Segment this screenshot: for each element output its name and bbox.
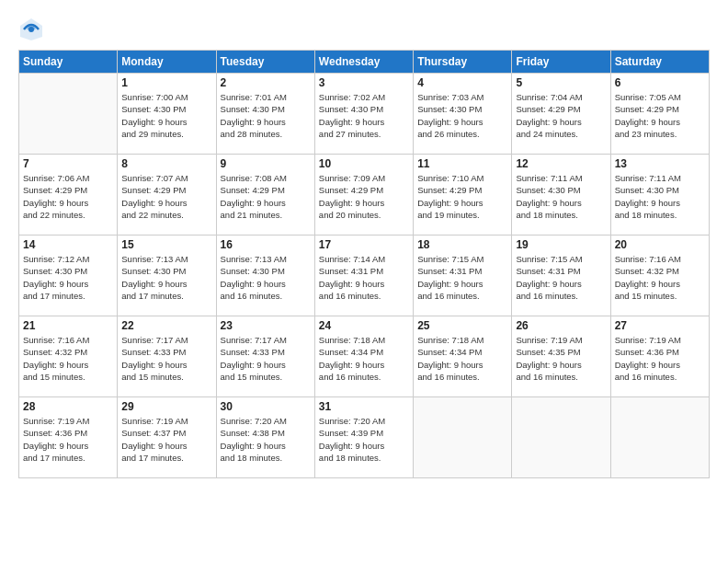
day-info: Sunrise: 7:16 AM Sunset: 4:32 PM Dayligh…: [23, 334, 113, 383]
calendar-cell: 8Sunrise: 7:07 AM Sunset: 4:29 PM Daylig…: [118, 155, 216, 236]
day-info: Sunrise: 7:19 AM Sunset: 4:37 PM Dayligh…: [121, 415, 211, 464]
logo-icon: [18, 17, 44, 42]
calendar-cell: 26Sunrise: 7:19 AM Sunset: 4:35 PM Dayli…: [512, 316, 610, 397]
calendar-cell: 10Sunrise: 7:09 AM Sunset: 4:29 PM Dayli…: [314, 155, 413, 236]
day-number: 13: [615, 157, 705, 170]
day-info: Sunrise: 7:15 AM Sunset: 4:31 PM Dayligh…: [516, 253, 606, 302]
calendar-week-2: 14Sunrise: 7:12 AM Sunset: 4:30 PM Dayli…: [19, 236, 710, 316]
calendar-cell: 22Sunrise: 7:17 AM Sunset: 4:33 PM Dayli…: [118, 316, 216, 397]
day-number: 7: [23, 157, 113, 170]
calendar-cell: 3Sunrise: 7:02 AM Sunset: 4:30 PM Daylig…: [314, 74, 413, 155]
calendar-cell: [512, 397, 610, 478]
day-info: Sunrise: 7:00 AM Sunset: 4:30 PM Dayligh…: [121, 91, 211, 140]
day-info: Sunrise: 7:09 AM Sunset: 4:29 PM Dayligh…: [319, 172, 409, 221]
day-number: 29: [121, 400, 211, 413]
day-info: Sunrise: 7:03 AM Sunset: 4:30 PM Dayligh…: [417, 91, 507, 140]
day-number: 8: [121, 157, 211, 170]
day-info: Sunrise: 7:10 AM Sunset: 4:29 PM Dayligh…: [417, 172, 507, 221]
day-info: Sunrise: 7:17 AM Sunset: 4:33 PM Dayligh…: [221, 334, 311, 383]
day-number: 12: [516, 157, 606, 170]
day-info: Sunrise: 7:04 AM Sunset: 4:29 PM Dayligh…: [516, 91, 606, 140]
calendar-cell: [19, 74, 118, 155]
calendar-cell: 5Sunrise: 7:04 AM Sunset: 4:29 PM Daylig…: [512, 74, 610, 155]
day-number: 16: [221, 238, 311, 251]
calendar-header-wednesday: Wednesday: [314, 51, 413, 74]
calendar-cell: 20Sunrise: 7:16 AM Sunset: 4:32 PM Dayli…: [610, 236, 709, 316]
calendar-cell: 28Sunrise: 7:19 AM Sunset: 4:36 PM Dayli…: [19, 397, 118, 478]
calendar-week-0: 1Sunrise: 7:00 AM Sunset: 4:30 PM Daylig…: [19, 74, 710, 155]
calendar-cell: 6Sunrise: 7:05 AM Sunset: 4:29 PM Daylig…: [610, 74, 709, 155]
day-number: 4: [417, 76, 507, 89]
day-info: Sunrise: 7:12 AM Sunset: 4:30 PM Dayligh…: [23, 253, 113, 302]
day-number: 27: [615, 319, 705, 332]
day-number: 30: [221, 400, 311, 413]
header: [18, 17, 710, 42]
day-info: Sunrise: 7:06 AM Sunset: 4:29 PM Dayligh…: [23, 172, 113, 221]
day-info: Sunrise: 7:13 AM Sunset: 4:30 PM Dayligh…: [221, 253, 311, 302]
calendar-cell: 30Sunrise: 7:20 AM Sunset: 4:38 PM Dayli…: [216, 397, 314, 478]
calendar-cell: 31Sunrise: 7:20 AM Sunset: 4:39 PM Dayli…: [314, 397, 413, 478]
calendar-cell: 27Sunrise: 7:19 AM Sunset: 4:36 PM Dayli…: [610, 316, 709, 397]
calendar-cell: 24Sunrise: 7:18 AM Sunset: 4:34 PM Dayli…: [314, 316, 413, 397]
calendar-cell: 13Sunrise: 7:11 AM Sunset: 4:30 PM Dayli…: [610, 155, 709, 236]
page: SundayMondayTuesdayWednesdayThursdayFrid…: [0, 0, 728, 563]
calendar-header-saturday: Saturday: [610, 51, 709, 74]
day-info: Sunrise: 7:05 AM Sunset: 4:29 PM Dayligh…: [615, 91, 705, 140]
day-number: 2: [221, 76, 311, 89]
calendar-cell: 15Sunrise: 7:13 AM Sunset: 4:30 PM Dayli…: [118, 236, 216, 316]
calendar-cell: 12Sunrise: 7:11 AM Sunset: 4:30 PM Dayli…: [512, 155, 610, 236]
day-number: 10: [319, 157, 409, 170]
day-number: 3: [319, 76, 409, 89]
day-number: 9: [221, 157, 311, 170]
day-info: Sunrise: 7:01 AM Sunset: 4:30 PM Dayligh…: [221, 91, 311, 140]
day-number: 22: [121, 319, 211, 332]
day-info: Sunrise: 7:07 AM Sunset: 4:29 PM Dayligh…: [121, 172, 211, 221]
day-number: 26: [516, 319, 606, 332]
calendar-header-row: SundayMondayTuesdayWednesdayThursdayFrid…: [19, 51, 710, 74]
calendar-cell: 4Sunrise: 7:03 AM Sunset: 4:30 PM Daylig…: [414, 74, 512, 155]
day-info: Sunrise: 7:15 AM Sunset: 4:31 PM Dayligh…: [417, 253, 507, 302]
calendar-cell: [610, 397, 709, 478]
day-number: 23: [221, 319, 311, 332]
day-info: Sunrise: 7:20 AM Sunset: 4:39 PM Dayligh…: [319, 415, 409, 464]
day-info: Sunrise: 7:19 AM Sunset: 4:35 PM Dayligh…: [516, 334, 606, 383]
calendar-cell: 19Sunrise: 7:15 AM Sunset: 4:31 PM Dayli…: [512, 236, 610, 316]
day-info: Sunrise: 7:02 AM Sunset: 4:30 PM Dayligh…: [319, 91, 409, 140]
calendar-cell: 16Sunrise: 7:13 AM Sunset: 4:30 PM Dayli…: [216, 236, 314, 316]
day-info: Sunrise: 7:08 AM Sunset: 4:29 PM Dayligh…: [221, 172, 311, 221]
calendar-week-1: 7Sunrise: 7:06 AM Sunset: 4:29 PM Daylig…: [19, 155, 710, 236]
day-number: 18: [417, 238, 507, 251]
svg-point-1: [28, 27, 34, 32]
day-info: Sunrise: 7:11 AM Sunset: 4:30 PM Dayligh…: [516, 172, 606, 221]
day-number: 1: [121, 76, 211, 89]
calendar-cell: 18Sunrise: 7:15 AM Sunset: 4:31 PM Dayli…: [414, 236, 512, 316]
calendar-header-tuesday: Tuesday: [216, 51, 314, 74]
day-info: Sunrise: 7:18 AM Sunset: 4:34 PM Dayligh…: [417, 334, 507, 383]
day-number: 24: [319, 319, 409, 332]
calendar-cell: 29Sunrise: 7:19 AM Sunset: 4:37 PM Dayli…: [118, 397, 216, 478]
calendar: SundayMondayTuesdayWednesdayThursdayFrid…: [18, 50, 710, 478]
day-info: Sunrise: 7:19 AM Sunset: 4:36 PM Dayligh…: [23, 415, 113, 464]
calendar-cell: 1Sunrise: 7:00 AM Sunset: 4:30 PM Daylig…: [118, 74, 216, 155]
day-number: 6: [615, 76, 705, 89]
calendar-cell: 2Sunrise: 7:01 AM Sunset: 4:30 PM Daylig…: [216, 74, 314, 155]
day-info: Sunrise: 7:19 AM Sunset: 4:36 PM Dayligh…: [615, 334, 705, 383]
calendar-cell: 14Sunrise: 7:12 AM Sunset: 4:30 PM Dayli…: [19, 236, 118, 316]
day-info: Sunrise: 7:16 AM Sunset: 4:32 PM Dayligh…: [615, 253, 705, 302]
day-number: 14: [23, 238, 113, 251]
calendar-week-4: 28Sunrise: 7:19 AM Sunset: 4:36 PM Dayli…: [19, 397, 710, 478]
logo: [18, 17, 47, 42]
calendar-cell: 11Sunrise: 7:10 AM Sunset: 4:29 PM Dayli…: [414, 155, 512, 236]
day-number: 28: [23, 400, 113, 413]
day-info: Sunrise: 7:13 AM Sunset: 4:30 PM Dayligh…: [121, 253, 211, 302]
day-info: Sunrise: 7:18 AM Sunset: 4:34 PM Dayligh…: [319, 334, 409, 383]
calendar-cell: 17Sunrise: 7:14 AM Sunset: 4:31 PM Dayli…: [314, 236, 413, 316]
calendar-week-3: 21Sunrise: 7:16 AM Sunset: 4:32 PM Dayli…: [19, 316, 710, 397]
day-info: Sunrise: 7:20 AM Sunset: 4:38 PM Dayligh…: [221, 415, 311, 464]
day-number: 25: [417, 319, 507, 332]
day-number: 15: [121, 238, 211, 251]
day-number: 20: [615, 238, 705, 251]
day-number: 19: [516, 238, 606, 251]
day-number: 11: [417, 157, 507, 170]
calendar-cell: 21Sunrise: 7:16 AM Sunset: 4:32 PM Dayli…: [19, 316, 118, 397]
